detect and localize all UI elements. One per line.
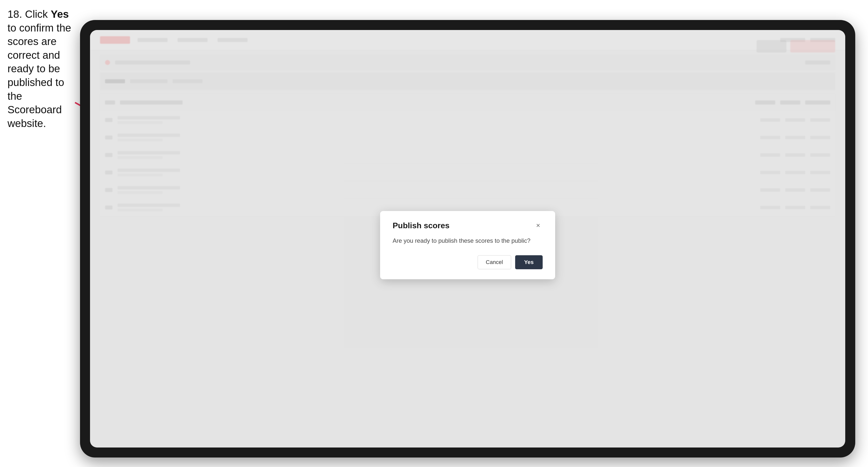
tablet-device: Publish scores × Are you ready to publis… — [80, 20, 855, 458]
step-number: 18. — [7, 8, 22, 20]
yes-button[interactable]: Yes — [515, 255, 542, 269]
instruction-prefix: Click — [25, 8, 51, 20]
cancel-button[interactable]: Cancel — [478, 255, 511, 269]
modal-footer: Cancel Yes — [393, 255, 542, 269]
tablet-screen: Publish scores × Are you ready to publis… — [90, 30, 845, 447]
modal-close-button[interactable]: × — [534, 221, 542, 230]
instruction-bold: Yes — [51, 8, 69, 20]
instruction-text: 18. Click Yes to confirm the scores are … — [7, 7, 78, 130]
modal-title: Publish scores — [393, 221, 450, 230]
modal-overlay: Publish scores × Are you ready to publis… — [90, 30, 845, 447]
instruction-suffix: to confirm the scores are correct and re… — [7, 22, 71, 129]
modal-header: Publish scores × — [393, 221, 542, 230]
modal-body-text: Are you ready to publish these scores to… — [393, 236, 542, 245]
publish-scores-modal: Publish scores × Are you ready to publis… — [380, 211, 555, 279]
